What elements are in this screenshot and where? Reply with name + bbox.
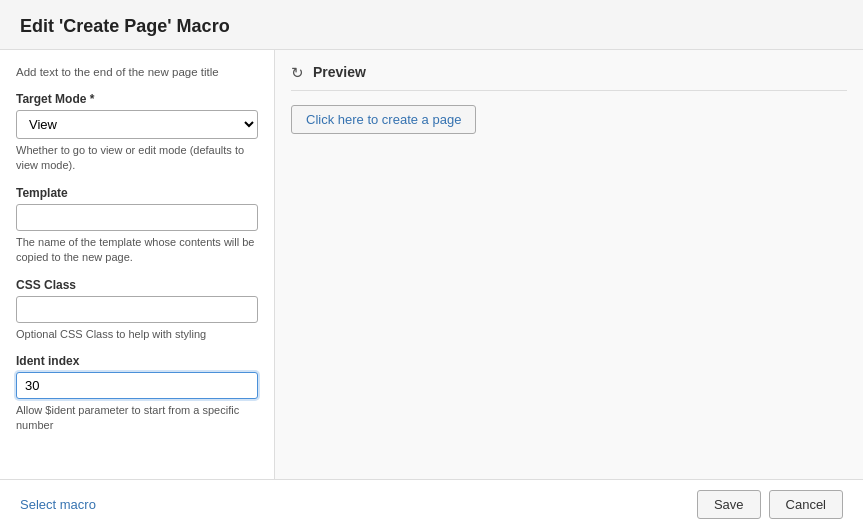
section-hint: Add text to the end of the new page titl… [16,66,219,78]
save-button[interactable]: Save [697,490,761,519]
preview-header: ↻ Preview [291,64,847,91]
right-panel: ↻ Preview Click here to create a page [275,50,863,479]
template-group: Template The name of the template whose … [16,186,258,266]
ident-index-input[interactable] [16,372,258,399]
css-class-input[interactable] [16,296,258,323]
preview-title: Preview [313,64,366,80]
dialog-header: Edit 'Create Page' Macro [0,0,863,50]
create-page-button[interactable]: Click here to create a page [291,105,476,134]
footer-buttons: Save Cancel [697,490,843,519]
main-content: Add text to the end of the new page titl… [0,50,863,479]
css-class-hint: Optional CSS Class to help with styling [16,327,258,342]
left-panel: Add text to the end of the new page titl… [0,50,275,479]
target-mode-select[interactable]: View Edit [16,110,258,139]
dialog-title: Edit 'Create Page' Macro [20,16,843,37]
css-class-label: CSS Class [16,278,258,292]
ident-index-hint: Allow $ident parameter to start from a s… [16,403,258,434]
ident-index-group: Ident index Allow $ident parameter to st… [16,354,258,434]
cancel-button[interactable]: Cancel [769,490,843,519]
footer: Select macro Save Cancel [0,479,863,529]
refresh-icon[interactable]: ↻ [291,64,307,80]
css-class-group: CSS Class Optional CSS Class to help wit… [16,278,258,342]
template-hint: The name of the template whose contents … [16,235,258,266]
section-hint-group: Add text to the end of the new page titl… [16,64,258,80]
template-input[interactable] [16,204,258,231]
target-mode-label: Target Mode * [16,92,258,106]
ident-index-label: Ident index [16,354,258,368]
select-macro-link[interactable]: Select macro [20,497,96,512]
target-mode-group: Target Mode * View Edit Whether to go to… [16,92,258,174]
target-mode-hint: Whether to go to view or edit mode (defa… [16,143,258,174]
template-label: Template [16,186,258,200]
